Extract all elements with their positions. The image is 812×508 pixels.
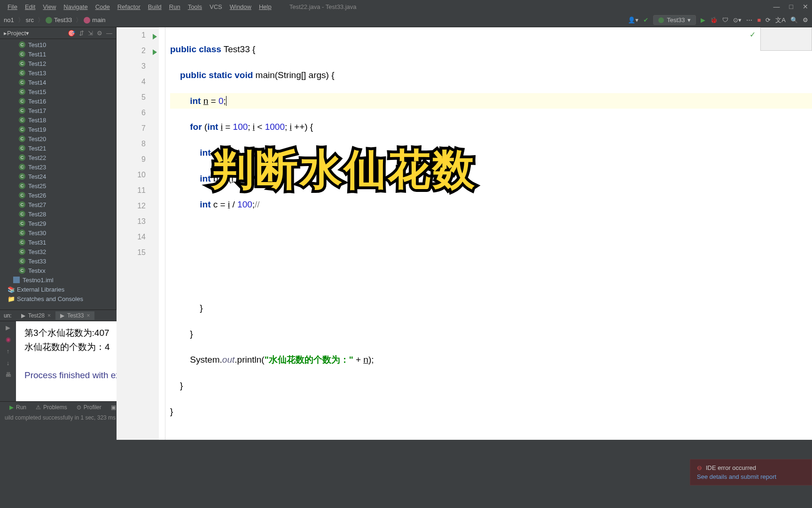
menu-build[interactable]: Build [144, 3, 165, 10]
tree-class-item[interactable]: Test27 [0, 200, 116, 209]
profiler-tool-button[interactable]: ⊙Profiler [72, 404, 106, 411]
tree-class-item[interactable]: Test32 [0, 247, 116, 256]
close-icon[interactable]: × [47, 312, 51, 319]
tree-item-label: Test32 [28, 248, 46, 255]
tree-class-item[interactable]: Test20 [0, 134, 116, 143]
tree-class-item[interactable]: Test15 [0, 87, 116, 96]
menu-view[interactable]: View [39, 3, 60, 10]
tree-class-item[interactable]: Test19 [0, 125, 116, 134]
menu-edit[interactable]: Edit [21, 3, 39, 10]
tree-iml-item[interactable]: Testno1.iml [0, 275, 116, 285]
minimize-icon[interactable]: — [773, 3, 780, 10]
minimap[interactable] [760, 27, 812, 51]
tree-class-item[interactable]: Test22 [0, 153, 116, 162]
class-icon [19, 79, 25, 86]
tree-class-item[interactable]: Test28 [0, 209, 116, 219]
crumb-method[interactable]: main [92, 16, 105, 24]
hide-icon[interactable]: — [106, 30, 112, 37]
run-tool-button[interactable]: ▶Run [5, 404, 31, 411]
tree-class-item[interactable]: Test18 [0, 115, 116, 125]
tree-item-label: Test30 [28, 230, 46, 237]
print-icon[interactable]: 🖶 [5, 371, 11, 378]
down-icon[interactable]: ↓ [7, 359, 10, 366]
project-dropdown-icon[interactable]: ▾ [26, 30, 29, 37]
gear-icon[interactable]: ⚙ [97, 30, 102, 37]
run-gutter-icon[interactable] [153, 49, 157, 55]
crumb-project[interactable]: no1 [4, 16, 14, 24]
error-notification[interactable]: ⊖IDE error occurred See details and subm… [690, 459, 812, 485]
menu-file[interactable]: File [4, 3, 21, 10]
tree-libs-item[interactable]: 📚External Libraries [0, 285, 116, 294]
tree-class-item[interactable]: Test31 [0, 238, 116, 247]
tree-class-item[interactable]: Test13 [0, 68, 116, 78]
maximize-icon[interactable]: □ [789, 3, 793, 10]
add-user-icon[interactable]: 👤▾ [628, 16, 639, 24]
class-icon [19, 135, 25, 142]
problems-tool-button[interactable]: ⚠Problems [31, 404, 72, 411]
tree-class-item[interactable]: Test21 [0, 143, 116, 153]
project-header: ▸ Project ▾ 🎯 ⇵ ⇲ ⚙ — [0, 27, 116, 39]
menu-refactor[interactable]: Refactor [114, 3, 144, 10]
crumb-class[interactable]: Test33 [54, 16, 72, 24]
tree-class-item[interactable]: Test14 [0, 78, 116, 87]
more-icon[interactable]: ⚙ [803, 16, 808, 24]
coverage-icon[interactable]: 🛡 [722, 16, 728, 24]
tree-class-item[interactable]: Test11 [0, 49, 116, 59]
menu-code[interactable]: Code [92, 3, 114, 10]
profiler-dropdown-icon[interactable]: ⊙▾ [733, 16, 742, 24]
tree-class-item[interactable]: Test33 [0, 256, 116, 266]
tree-class-item[interactable]: Test26 [0, 190, 116, 200]
tree-class-item[interactable]: Test16 [0, 96, 116, 106]
exit-icon[interactable]: ↑ [7, 348, 10, 355]
update-icon[interactable]: ⟳ [765, 16, 771, 24]
stop-icon[interactable]: ■ [757, 16, 761, 24]
tree-class-item[interactable]: Test30 [0, 228, 116, 238]
menu-run[interactable]: Run [165, 3, 184, 10]
close-icon[interactable]: ✕ [803, 3, 808, 10]
tree-class-item[interactable]: Testxx [0, 266, 116, 275]
line-number: 3 [117, 62, 159, 78]
run-gutter-icon[interactable] [153, 34, 157, 40]
tree-class-item[interactable]: Test17 [0, 106, 116, 115]
close-icon[interactable]: × [86, 312, 90, 319]
tree-class-item[interactable]: Test24 [0, 172, 116, 181]
locate-icon[interactable]: 🎯 [68, 30, 75, 37]
tree-item-label: Test23 [28, 164, 46, 171]
window-title: Test22.java - Test33.java [289, 3, 357, 10]
run-tab-test28[interactable]: ▶ Test28 × [16, 311, 55, 320]
class-icon [19, 117, 25, 123]
run-tab-test33[interactable]: ▶ Test33 × [55, 311, 94, 320]
menu-window[interactable]: Window [226, 3, 255, 10]
debug-icon[interactable]: 🐞 [710, 16, 718, 24]
tree-class-item[interactable]: Test29 [0, 219, 116, 228]
tree-class-item[interactable]: Test23 [0, 162, 116, 172]
class-icon [19, 230, 25, 236]
project-title[interactable]: Project [7, 30, 26, 37]
fold-strip[interactable] [159, 27, 165, 440]
translate-icon[interactable]: 文A [775, 16, 786, 24]
hammer-icon[interactable]: ✔ [643, 16, 648, 24]
crumb-src[interactable]: src [26, 16, 34, 24]
menu-navigate[interactable]: Navigate [60, 3, 91, 10]
error-link[interactable]: See details and submit report [697, 473, 805, 480]
expand-icon[interactable]: ⇲ [88, 30, 93, 37]
search-icon[interactable]: 🔍 [790, 16, 798, 24]
tree-class-item[interactable]: Test10 [0, 40, 116, 49]
tree-scratches-item[interactable]: 📁Scratches and Consoles [0, 294, 116, 303]
chevron-down-icon: ▾ [687, 16, 691, 24]
collapse-icon[interactable]: ⇵ [79, 30, 84, 37]
stop-icon[interactable]: ◉ [6, 336, 11, 343]
attach-icon[interactable]: ⋯ [746, 16, 752, 24]
tree-class-item[interactable]: Test25 [0, 181, 116, 190]
menu-help[interactable]: Help [255, 3, 275, 10]
menu-tools[interactable]: Tools [184, 3, 206, 10]
run-icon[interactable]: ▶ [701, 16, 705, 24]
rerun-icon[interactable]: ▶ [6, 324, 10, 331]
code-editor[interactable]: ✓ 1 2 3 4 5 6 7 8 9 10 11 12 13 14 15 pu… [117, 27, 812, 440]
code-content[interactable]: public class Test33 { public static void… [165, 27, 812, 440]
run-config-dropdown[interactable]: Test33 ▾ [653, 15, 696, 25]
analysis-ok-icon: ✓ [750, 30, 756, 39]
tree-class-item[interactable]: Test12 [0, 59, 116, 68]
menu-vcs[interactable]: VCS [206, 3, 226, 10]
class-icon [46, 17, 52, 24]
